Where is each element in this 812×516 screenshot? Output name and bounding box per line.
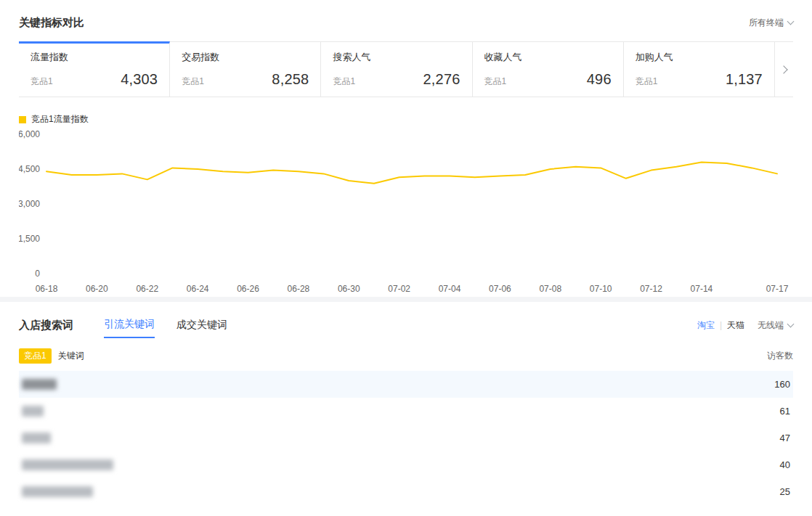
metric-bottom-row: 竞品1 2,276 (333, 71, 460, 88)
svg-text:07-02: 07-02 (388, 284, 410, 294)
visitors-value: 40 (780, 459, 790, 470)
metric-card-search-popularity[interactable]: 搜索人气 竞品1 2,276 (321, 41, 472, 97)
metric-value: 1,137 (726, 71, 763, 88)
metric-competitor-label: 竞品1 (31, 75, 53, 88)
trend-line-chart: 01,5003,0004,5006,00006-1806-2006-2206-2… (19, 128, 793, 297)
masked-keyword (22, 433, 51, 443)
metric-bottom-row: 竞品1 1,137 (636, 71, 763, 88)
svg-text:06-30: 06-30 (338, 284, 360, 294)
chevron-right-icon (780, 65, 788, 73)
svg-text:07-10: 07-10 (590, 284, 612, 294)
metric-value: 4,303 (121, 71, 158, 88)
metric-bottom-row: 竞品1 4,303 (31, 71, 158, 88)
metric-value: 496 (587, 71, 612, 88)
table-row[interactable]: 61 (19, 398, 793, 425)
metric-competitor-label: 竞品1 (182, 75, 204, 88)
chevron-down-icon (787, 18, 795, 25)
chevron-down-icon (787, 320, 795, 327)
metric-competitor-label: 竞品1 (333, 75, 355, 88)
metric-value: 2,276 (423, 71, 460, 88)
svg-text:06-22: 06-22 (136, 284, 158, 294)
metric-card-cart-popularity[interactable]: 加购人气 竞品1 1,137 (624, 41, 775, 97)
keyword-table-header: 竞品1 关键词 访客数 (19, 348, 793, 371)
svg-text:0: 0 (35, 269, 40, 279)
platform-separator: | (720, 320, 722, 330)
search-terms-header: 入店搜索词 引流关键词 成交关键词 淘宝 | 天猫 无线端 (19, 302, 793, 344)
visitors-value: 160 (774, 379, 790, 390)
wireless-terminal-dropdown[interactable]: 无线端 (758, 319, 793, 332)
metric-value: 8,258 (272, 71, 309, 88)
metric-card-transaction-index[interactable]: 交易指数 竞品1 8,258 (170, 41, 321, 97)
svg-text:4,500: 4,500 (19, 164, 40, 174)
metric-competitor-label: 竞品1 (636, 75, 658, 88)
svg-text:07-04: 07-04 (439, 284, 461, 294)
table-row[interactable]: 160 (19, 371, 793, 398)
svg-text:06-20: 06-20 (86, 284, 108, 294)
metric-card-favorite-popularity[interactable]: 收藏人气 竞品1 496 (473, 41, 624, 97)
metric-label: 搜索人气 (333, 51, 460, 64)
visitors-value: 61 (780, 406, 790, 417)
masked-keyword (22, 379, 57, 390)
svg-text:07-12: 07-12 (640, 284, 662, 294)
svg-text:07-17: 07-17 (766, 284, 789, 294)
chart-legend: 竞品1流量指数 (19, 113, 793, 126)
masked-keyword (22, 459, 113, 470)
svg-text:06-18: 06-18 (36, 284, 58, 294)
metric-card-traffic-index[interactable]: 流量指数 竞品1 4,303 (19, 41, 170, 97)
table-row[interactable]: 40 (19, 451, 793, 478)
svg-text:06-26: 06-26 (237, 284, 259, 294)
svg-text:07-08: 07-08 (539, 284, 561, 294)
page-title: 关键指标对比 (19, 16, 84, 30)
legend-label: 竞品1流量指数 (31, 113, 89, 126)
svg-text:06-24: 06-24 (187, 284, 209, 294)
keyword-column-header: 关键词 (58, 350, 84, 362)
wireless-terminal-label: 无线端 (758, 320, 784, 330)
visitors-column-header: 访客数 (767, 350, 793, 362)
metric-cards-row: 流量指数 竞品1 4,303 交易指数 竞品1 8,258 搜索人气 竞品1 2… (19, 41, 793, 97)
masked-keyword (22, 406, 44, 417)
tab-transaction-keywords[interactable]: 成交关键词 (176, 319, 227, 337)
key-metrics-header: 关键指标对比 所有终端 (19, 0, 793, 41)
section-title: 入店搜索词 (19, 319, 73, 332)
masked-keyword (22, 486, 93, 497)
page: 关键指标对比 所有终端 流量指数 竞品1 4,303 交易指数 竞品1 8,25… (0, 0, 812, 505)
svg-text:3,000: 3,000 (19, 199, 40, 209)
platform-tmall-link[interactable]: 天猫 (727, 319, 744, 332)
table-row[interactable]: 47 (19, 425, 793, 451)
svg-text:07-06: 07-06 (489, 284, 511, 294)
svg-text:07-14: 07-14 (691, 284, 713, 294)
svg-text:6,000: 6,000 (19, 129, 40, 139)
platform-filters: 淘宝 | 天猫 无线端 (697, 319, 793, 332)
table-row[interactable]: 25 (19, 478, 793, 505)
metric-bottom-row: 竞品1 8,258 (182, 71, 309, 88)
key-metrics-panel: 关键指标对比 所有终端 流量指数 竞品1 4,303 交易指数 竞品1 8,25… (0, 0, 812, 297)
terminal-filter-dropdown[interactable]: 所有终端 (749, 17, 793, 29)
metric-label: 收藏人气 (484, 51, 612, 64)
visitors-value: 25 (780, 486, 790, 497)
legend-swatch (19, 116, 26, 123)
metric-label: 加购人气 (636, 51, 763, 64)
search-terms-panel: 入店搜索词 引流关键词 成交关键词 淘宝 | 天猫 无线端 竞品1 关键词 访客… (0, 302, 812, 505)
metric-label: 交易指数 (182, 51, 309, 64)
keyword-table-body: 160 61 47 40 25 (19, 371, 793, 505)
platform-taobao-link[interactable]: 淘宝 (697, 319, 715, 332)
keyword-tabs: 引流关键词 成交关键词 (104, 318, 249, 332)
metric-label: 流量指数 (31, 51, 158, 64)
section-divider (0, 297, 812, 302)
visitors-value: 47 (780, 433, 790, 443)
metric-competitor-label: 竞品1 (484, 75, 507, 88)
competitor-badge: 竞品1 (19, 348, 52, 364)
svg-text:06-28: 06-28 (288, 284, 310, 294)
tab-traffic-keywords[interactable]: 引流关键词 (104, 318, 155, 338)
cards-next-button[interactable] (775, 41, 793, 97)
terminal-filter-label: 所有终端 (749, 17, 784, 28)
svg-text:1,500: 1,500 (19, 234, 40, 244)
metric-bottom-row: 竞品1 496 (484, 71, 612, 88)
